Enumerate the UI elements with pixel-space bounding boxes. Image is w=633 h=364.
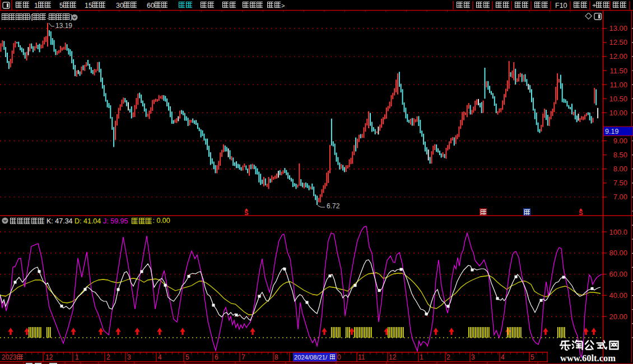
svg-text:7.00: 7.00: [613, 193, 627, 201]
svg-text:8.50: 8.50: [613, 151, 627, 159]
svg-text:12.00: 12.00: [609, 52, 627, 60]
svg-text:13.00: 13.00: [609, 24, 627, 32]
svg-text:8: 8: [274, 353, 278, 361]
svg-text:3: 3: [471, 353, 475, 361]
svg-text:4: 4: [501, 353, 505, 361]
svg-text:3: 3: [127, 353, 131, 361]
svg-text:0: 0: [337, 353, 341, 361]
svg-text:6: 6: [215, 353, 218, 361]
svg-text:11: 11: [358, 353, 365, 361]
svg-text:S: S: [244, 209, 248, 216]
svg-text:5: 5: [185, 353, 189, 361]
svg-text:9.19: 9.19: [605, 128, 618, 136]
svg-text:www.60lt.com: www.60lt.com: [560, 353, 616, 363]
svg-text:40.00: 40.00: [609, 291, 627, 300]
svg-text:1: 1: [75, 353, 79, 361]
svg-text:12.50: 12.50: [609, 38, 627, 46]
svg-text:7: 7: [241, 353, 245, 361]
svg-text:5: 5: [530, 353, 534, 361]
svg-text:20.00: 20.00: [609, 312, 627, 321]
svg-text:7.50: 7.50: [613, 179, 627, 187]
svg-text:8.00: 8.00: [613, 165, 627, 173]
svg-text:S: S: [579, 209, 583, 216]
svg-text:11.00: 11.00: [609, 81, 627, 89]
svg-text:6.72: 6.72: [327, 202, 340, 210]
svg-text:11.50: 11.50: [609, 67, 627, 75]
svg-text:4: 4: [158, 353, 162, 361]
svg-text:1: 1: [420, 353, 423, 361]
svg-text:80.00: 80.00: [609, 249, 627, 257]
svg-text:10.50: 10.50: [609, 95, 627, 103]
svg-text:2: 2: [446, 353, 450, 361]
svg-text:10.00: 10.00: [609, 109, 627, 117]
svg-text:2024/08/21/: 2024/08/21/: [294, 354, 328, 361]
svg-text:100.0: 100.0: [609, 228, 627, 236]
svg-text:13.19: 13.19: [55, 22, 72, 30]
svg-text:12: 12: [45, 353, 53, 361]
svg-text:2023: 2023: [2, 353, 17, 361]
svg-text:2: 2: [106, 353, 110, 361]
svg-text:9.00: 9.00: [613, 137, 627, 145]
svg-text:12: 12: [389, 353, 397, 361]
svg-text:60.00: 60.00: [609, 270, 627, 278]
